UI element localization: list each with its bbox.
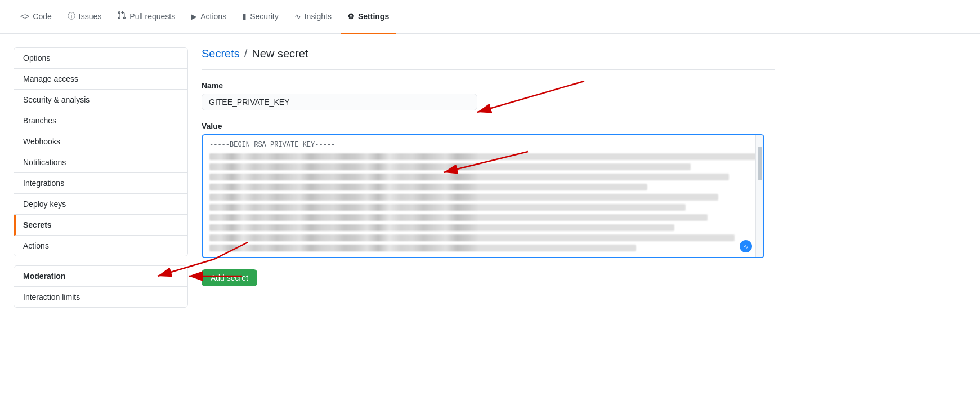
breadcrumb-link[interactable]: Secrets [202,47,240,60]
sidebar-item-secrets[interactable]: Secrets [14,215,187,236]
sidebar: Options Manage access Security & analysi… [14,47,188,317]
blurred-row [209,184,647,190]
blurred-row [209,245,636,251]
textarea-content[interactable]: -----BEGIN RSA PRIVATE KEY----- [203,135,763,257]
add-secret-button[interactable]: Add secret [202,269,257,286]
sidebar-item-webhooks[interactable]: Webhooks [14,131,187,152]
breadcrumb-current: New secret [252,47,308,60]
textarea-first-line: -----BEGIN RSA PRIVATE KEY----- [209,141,757,149]
main-content: Secrets / New secret Name Value ----- [202,47,775,317]
textarea-resize-icon: ∿ [740,240,752,252]
sidebar-group-main: Options Manage access Security & analysi… [14,47,188,256]
nav-pull-requests[interactable]: Pull requests [110,0,182,34]
actions-icon: ▶ [191,12,197,21]
nav-settings[interactable]: ⚙ Settings [341,0,396,34]
textarea-scrollbar[interactable] [755,135,763,257]
nav-actions[interactable]: ▶ Actions [184,0,233,34]
top-nav: <> Code ⓘ Issues Pull requests ▶ Actions… [0,0,980,34]
blurred-row [209,163,691,170]
blurred-row [209,194,718,201]
name-label: Name [202,81,775,90]
blurred-row [209,153,757,160]
sidebar-item-integrations[interactable]: Integrations [14,173,187,194]
code-icon: <> [20,12,29,21]
blurred-row [209,204,686,211]
sidebar-item-manage-access[interactable]: Manage access [14,69,187,90]
value-form-group: Value -----BEGIN RSA PRIVATE KEY----- [202,122,775,258]
breadcrumb-separator: / [244,47,248,60]
name-form-group: Name [202,81,775,110]
sidebar-item-deploy-keys[interactable]: Deploy keys [14,194,187,215]
insights-icon: ∿ [294,12,301,21]
blurred-row [209,214,708,221]
sidebar-item-notifications[interactable]: Notifications [14,152,187,173]
value-label: Value [202,122,775,131]
sidebar-item-actions[interactable]: Actions [14,236,187,256]
blurred-row [209,234,735,241]
nav-insights[interactable]: ∿ Insights [288,0,338,34]
pull-requests-icon [117,11,126,21]
sidebar-item-security-analysis[interactable]: Security & analysis [14,90,187,110]
sidebar-group-moderation: Moderation Interaction limits [14,265,188,308]
blurred-rows [209,153,757,251]
blurred-row [209,224,674,231]
issues-icon: ⓘ [68,11,75,21]
sidebar-item-branches[interactable]: Branches [14,110,187,131]
nav-security[interactable]: ▮ Security [235,0,285,34]
name-input[interactable] [202,94,477,110]
sidebar-item-interaction-limits[interactable]: Interaction limits [14,287,187,307]
settings-icon: ⚙ [347,12,355,21]
scrollbar-thumb [758,147,762,180]
value-textarea-container: -----BEGIN RSA PRIVATE KEY----- [202,134,764,258]
sidebar-item-options[interactable]: Options [14,48,187,69]
nav-code[interactable]: <> Code [14,0,59,34]
sidebar-moderation-header: Moderation [14,266,187,287]
breadcrumb: Secrets / New secret [202,47,775,60]
security-icon: ▮ [242,12,247,21]
nav-issues[interactable]: ⓘ Issues [61,0,108,34]
blurred-row [209,174,729,180]
